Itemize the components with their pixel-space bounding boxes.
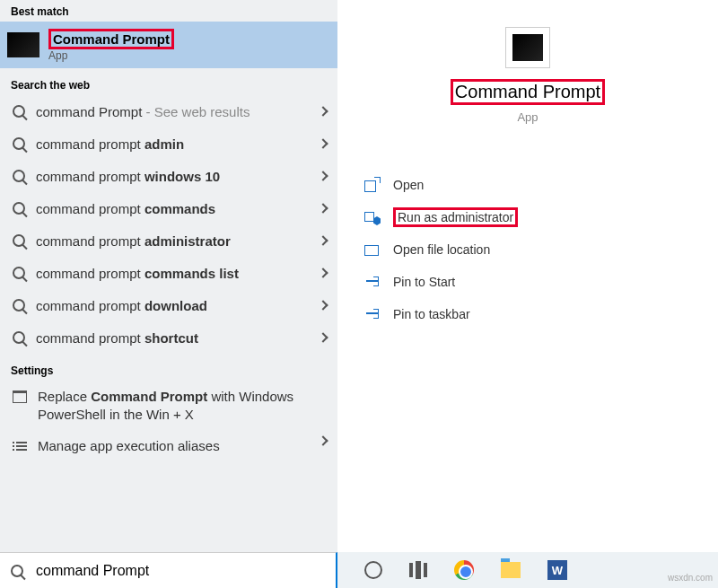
web-result-0[interactable]: command Prompt - See web results — [0, 95, 337, 127]
admin-icon — [364, 209, 381, 225]
search-web-header: Search the web — [0, 74, 337, 95]
web-result-3[interactable]: command prompt commands — [0, 192, 337, 224]
action-pin-3[interactable]: Pin to Start — [364, 266, 718, 298]
chevron-right-icon — [318, 203, 328, 213]
settings-header: Settings — [0, 359, 337, 381]
chevron-right-icon — [318, 300, 328, 310]
web-result-2[interactable]: command prompt windows 10 — [0, 160, 337, 192]
action-label: Pin to Start — [393, 275, 455, 289]
best-match-subtitle: App — [48, 49, 174, 62]
taskbar: W — [337, 552, 718, 588]
chevron-right-icon — [318, 268, 328, 277]
result-text: command prompt administrator — [36, 233, 231, 249]
best-match-item[interactable]: Command Prompt App — [0, 22, 337, 68]
watermark: wsxdn.com — [668, 573, 713, 583]
result-text: command prompt commands list — [36, 266, 239, 281]
action-admin[interactable]: Run as administrator — [364, 201, 718, 233]
action-pin-4[interactable]: Pin to taskbar — [364, 298, 718, 330]
action-folder[interactable]: Open file location — [364, 233, 718, 266]
open-icon — [364, 177, 381, 193]
search-icon — [13, 299, 25, 312]
task-view-icon[interactable] — [409, 563, 427, 577]
result-text: command prompt shortcut — [36, 330, 198, 346]
action-label: Open file location — [393, 242, 490, 257]
cortana-icon[interactable] — [364, 561, 382, 579]
detail-subtitle: App — [337, 110, 718, 124]
file-explorer-icon[interactable] — [501, 562, 521, 578]
word-icon[interactable]: W — [547, 560, 567, 580]
detail-title: Command Prompt — [451, 79, 605, 105]
action-label: Pin to taskbar — [393, 307, 470, 321]
chevron-right-icon — [318, 171, 328, 180]
settings-text: Replace Command Prompt with Windows Powe… — [38, 388, 327, 423]
best-match-title: Command Prompt — [48, 29, 174, 49]
chevron-right-icon — [318, 435, 328, 445]
folder-icon — [364, 241, 381, 258]
search-icon — [13, 170, 25, 182]
chevron-right-icon — [318, 235, 328, 245]
search-icon — [13, 331, 25, 344]
result-text: command prompt commands — [36, 201, 215, 216]
web-result-4[interactable]: command prompt administrator — [0, 224, 337, 257]
result-text: command prompt admin — [36, 136, 184, 152]
list-icon — [13, 440, 27, 452]
search-icon — [13, 267, 25, 279]
result-text: command prompt windows 10 — [36, 169, 220, 184]
search-icon — [13, 105, 25, 118]
action-label: Open — [393, 178, 424, 192]
search-icon — [13, 137, 25, 150]
action-open[interactable]: Open — [364, 169, 718, 201]
best-match-header: Best match — [0, 0, 337, 22]
result-text: command Prompt - See web results — [36, 104, 250, 119]
settings-text: Manage app execution aliases — [38, 437, 220, 455]
action-label: Run as administrator — [393, 207, 518, 227]
settings-item-aliases[interactable]: Manage app execution aliases — [0, 430, 337, 462]
result-text: command prompt download — [36, 298, 207, 313]
pin-icon — [364, 306, 381, 322]
chevron-right-icon — [318, 138, 328, 148]
chevron-right-icon — [318, 332, 328, 342]
window-icon — [13, 391, 27, 403]
search-icon — [13, 202, 25, 215]
search-icon — [11, 565, 23, 577]
settings-item-replace-cmd[interactable]: Replace Command Prompt with Windows Powe… — [0, 381, 337, 430]
command-prompt-icon — [7, 32, 39, 57]
search-results-panel: Best match Command Prompt App Search the… — [0, 0, 337, 552]
chrome-icon[interactable] — [454, 560, 474, 580]
web-result-5[interactable]: command prompt commands list — [0, 257, 337, 289]
search-input[interactable] — [32, 561, 219, 581]
web-result-6[interactable]: command prompt download — [0, 289, 337, 321]
detail-panel: Command Prompt App OpenRun as administra… — [337, 0, 718, 552]
search-bar[interactable] — [0, 552, 337, 588]
app-icon-large — [505, 27, 550, 68]
chevron-right-icon — [318, 106, 328, 116]
pin-icon — [364, 274, 381, 290]
web-result-7[interactable]: command prompt shortcut — [0, 321, 337, 354]
web-result-1[interactable]: command prompt admin — [0, 127, 337, 160]
search-icon — [13, 234, 25, 247]
